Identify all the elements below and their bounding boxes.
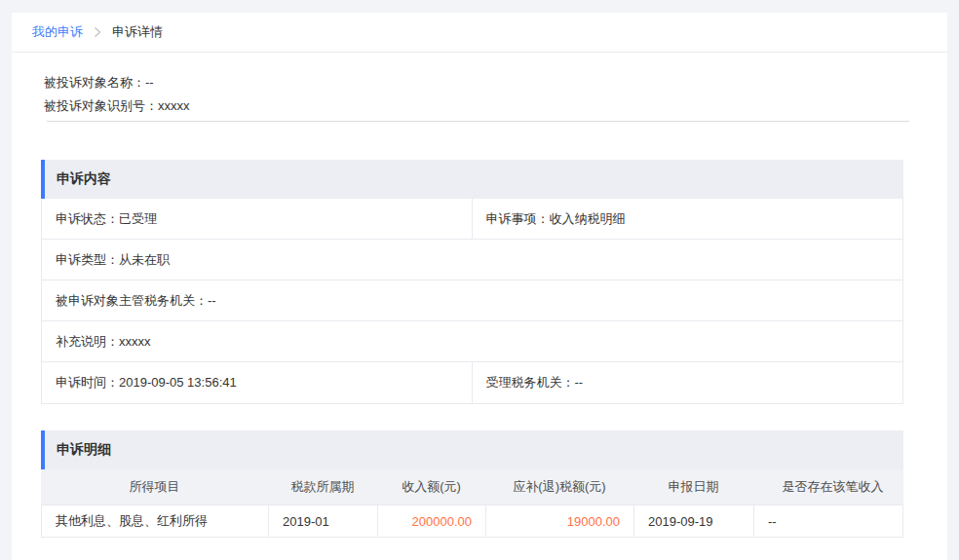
field-appeal-matter: 申诉事项：收入纳税明细 xyxy=(473,199,903,239)
table-row: 其他利息、股息、红利所得 2019-01 200000.00 19000.00 … xyxy=(41,504,903,538)
appeal-detail-section-header: 申诉明细 xyxy=(41,430,903,469)
section-title-appeal-detail: 申诉明细 xyxy=(57,441,111,459)
chevron-right-icon xyxy=(93,26,102,38)
col-header-income-item: 所得项目 xyxy=(41,478,268,496)
field-appeal-status: 申诉状态：已受理 xyxy=(42,199,473,239)
col-header-tax-period: 税款所属期 xyxy=(268,478,377,496)
appeal-content-section-header: 申诉内容 xyxy=(41,160,903,199)
table-row: 被申诉对象主管税务机关：-- xyxy=(42,280,902,321)
complainee-info: 被投诉对象名称：-- 被投诉对象识别号：xxxxx xyxy=(12,53,947,118)
table-row: 补充说明：xxxxx xyxy=(42,321,902,362)
cell-declare-date: 2019-09-19 xyxy=(634,505,754,537)
appeal-detail-table: 所得项目 税款所属期 收入额(元) 应补(退)税额(元) 申报日期 是否存在该笔… xyxy=(41,469,903,538)
breadcrumb: 我的申诉 申诉详情 xyxy=(12,13,947,53)
cell-tax-amount: 19000.00 xyxy=(486,505,634,537)
cell-income-exists: -- xyxy=(754,505,913,537)
page-card: 我的申诉 申诉详情 被投诉对象名称：-- 被投诉对象识别号：xxxxx 申诉内容… xyxy=(12,13,947,560)
col-header-declare-date: 申报日期 xyxy=(633,478,753,496)
cell-income-item: 其他利息、股息、红利所得 xyxy=(42,505,269,537)
appeal-content-table: 申诉状态：已受理 申诉事项：收入纳税明细 申诉类型：从未在职 被申诉对象主管税务… xyxy=(41,199,903,404)
appeal-detail-section: 申诉明细 所得项目 税款所属期 收入额(元) 应补(退)税额(元) 申报日期 是… xyxy=(41,430,903,538)
section-title-appeal-content: 申诉内容 xyxy=(57,170,111,188)
complainee-id: 被投诉对象识别号：xxxxx xyxy=(44,94,927,118)
field-supplementary-note: 补充说明：xxxxx xyxy=(42,321,902,361)
table-row: 申诉时间：2019-09-05 13:56:41 受理税务机关：-- xyxy=(42,362,902,403)
breadcrumb-link-my-appeals[interactable]: 我的申诉 xyxy=(32,23,83,41)
appeal-content-section: 申诉内容 申诉状态：已受理 申诉事项：收入纳税明细 申诉类型：从未在职 被申诉对… xyxy=(41,160,903,404)
field-appeal-type: 申诉类型：从未在职 xyxy=(42,240,902,280)
table-row: 申诉状态：已受理 申诉事项：收入纳税明细 xyxy=(42,199,902,240)
horizontal-divider xyxy=(47,121,909,122)
cell-tax-period: 2019-01 xyxy=(269,505,378,537)
col-header-income-exists: 是否存在该笔收入 xyxy=(753,478,912,496)
field-accepting-tax-authority: 受理税务机关：-- xyxy=(473,362,903,403)
col-header-income-amount: 收入额(元) xyxy=(377,478,485,496)
table-row: 申诉类型：从未在职 xyxy=(42,240,902,280)
detail-table-header-row: 所得项目 税款所属期 收入额(元) 应补(退)税额(元) 申报日期 是否存在该笔… xyxy=(41,469,903,504)
complainee-name: 被投诉对象名称：-- xyxy=(44,71,927,94)
field-complainee-tax-authority: 被申诉对象主管税务机关：-- xyxy=(42,280,902,320)
breadcrumb-current: 申诉详情 xyxy=(112,23,163,41)
cell-income-amount: 200000.00 xyxy=(378,505,486,537)
col-header-tax-amount: 应补(退)税额(元) xyxy=(485,478,633,496)
field-appeal-time: 申诉时间：2019-09-05 13:56:41 xyxy=(42,362,473,403)
